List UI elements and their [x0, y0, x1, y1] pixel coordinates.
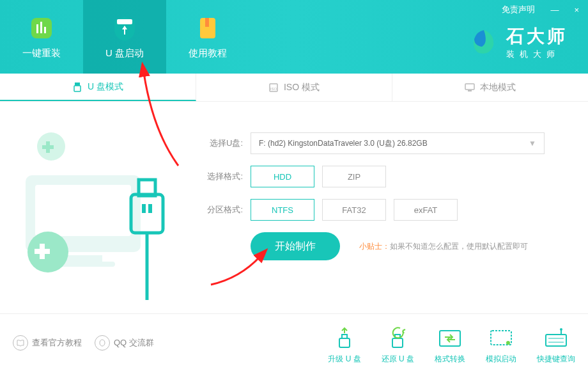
tip-label: 小贴士： [359, 242, 390, 251]
svg-point-34 [560, 328, 562, 331]
qq-label: QQ 交流群 [114, 337, 154, 349]
bottom-bar: 查看官方教程 QQ 交流群 升级 U 盘 还原 U 盘 格式转换 模拟启动 快捷… [0, 313, 588, 371]
svg-rect-11 [465, 84, 474, 90]
tool-label: 升级 U 盘 [328, 354, 360, 365]
svg-rect-22 [148, 204, 152, 213]
qq-link[interactable]: QQ 交流群 [95, 335, 154, 351]
svg-rect-4 [117, 19, 132, 24]
usb-shield-icon [111, 14, 139, 42]
svg-rect-3 [44, 27, 46, 33]
logo-icon [469, 28, 499, 57]
simulate-boot-icon [487, 327, 515, 350]
tool-restore-usb[interactable]: 还原 U 盘 [382, 327, 414, 365]
tool-upgrade-usb[interactable]: 升级 U 盘 [328, 327, 360, 365]
format-label: 选择格式: [198, 171, 243, 182]
tool-simulate-boot[interactable]: 模拟启动 [486, 327, 516, 365]
partition-option-fat32[interactable]: FAT32 [322, 199, 386, 221]
restore-usb-icon [383, 327, 412, 350]
svg-rect-32 [546, 335, 566, 346]
partition-option-ntfs[interactable]: NTFS [251, 199, 314, 221]
svg-rect-26 [342, 335, 347, 338]
tool-hotkey-query[interactable]: 快捷键查询 [537, 327, 575, 365]
start-button[interactable]: 开始制作 [251, 232, 340, 260]
keyboard-icon [542, 327, 570, 350]
mode-tab-usb[interactable]: U 盘模式 [0, 74, 196, 101]
mode-tab-iso[interactable]: ISO ISO 模式 [196, 74, 392, 101]
format-option-hdd[interactable]: HDD [251, 166, 314, 187]
svg-rect-27 [392, 338, 403, 347]
svg-rect-2 [40, 22, 42, 33]
form: 选择U盘: F: (hd2) KingstonDataTraveler 3.0 … [198, 132, 545, 260]
disk-select[interactable]: F: (hd2) KingstonDataTraveler 3.0 (U盘) 2… [251, 132, 545, 154]
qq-icon [95, 335, 110, 351]
svg-rect-21 [142, 204, 146, 213]
tool-label: 快捷键查询 [537, 354, 575, 365]
disclaimer-link[interactable]: 免责声明 [498, 3, 539, 17]
book-open-icon [13, 335, 28, 351]
nav-tab-label: U 盘启动 [105, 47, 144, 59]
disk-label: 选择U盘: [198, 138, 243, 149]
usb-illustration [13, 121, 179, 300]
tool-label: 模拟启动 [486, 354, 516, 365]
partition-label: 分区格式: [198, 204, 243, 216]
tool-format-convert[interactable]: 格式转换 [435, 327, 465, 365]
svg-rect-6 [205, 18, 209, 27]
svg-rect-1 [36, 24, 38, 33]
logo: 石大师 装机大师 [469, 24, 568, 60]
tool-buttons: 升级 U 盘 还原 U 盘 格式转换 模拟启动 快捷键查询 [328, 327, 575, 365]
tip-text: 如果不知道怎么配置，使用默认配置即可 [390, 242, 528, 251]
svg-rect-29 [440, 331, 460, 346]
nav-tab-reinstall[interactable]: 一键重装 [0, 0, 83, 74]
tool-label: 格式转换 [435, 354, 465, 365]
chevron-down-icon: ▼ [529, 139, 536, 148]
svg-rect-25 [339, 338, 350, 347]
svg-rect-12 [468, 90, 472, 91]
svg-rect-16 [64, 255, 102, 262]
nav-tab-label: 一键重装 [22, 47, 61, 59]
iso-icon: ISO [268, 83, 279, 93]
main-area: 选择U盘: F: (hd2) KingstonDataTraveler 3.0 … [0, 102, 588, 306]
partition-option-exfat[interactable]: exFAT [394, 199, 458, 221]
svg-text:ISO: ISO [270, 87, 277, 91]
svg-rect-8 [74, 86, 81, 91]
upgrade-usb-icon [330, 327, 359, 350]
disk-value: F: (hd2) KingstonDataTraveler 3.0 (U盘) 2… [259, 138, 428, 149]
titlebar: 免责声明 — × [498, 3, 583, 17]
book-icon [194, 14, 222, 42]
reinstall-icon [27, 14, 56, 42]
mode-tabs: U 盘模式 ISO ISO 模式 本地模式 [0, 74, 588, 102]
logo-subtitle: 装机大师 [506, 49, 568, 60]
nav-tab-usb-boot[interactable]: U 盘启动 [83, 0, 166, 74]
nav-tabs: 一键重装 U 盘启动 使用教程 [0, 0, 249, 74]
mode-tab-label: ISO 模式 [284, 82, 320, 93]
nav-tab-tutorial[interactable]: 使用教程 [166, 0, 249, 74]
svg-point-24 [100, 340, 105, 346]
logo-title: 石大师 [506, 24, 568, 49]
mode-tab-label: 本地模式 [480, 82, 516, 93]
mode-tab-label: U 盘模式 [88, 81, 123, 93]
monitor-icon [465, 83, 475, 93]
svg-rect-15 [35, 185, 131, 236]
format-option-zip[interactable]: ZIP [322, 166, 386, 187]
format-convert-icon [436, 327, 464, 350]
tutorial-label: 查看官方教程 [32, 337, 82, 349]
usb-icon [72, 82, 82, 92]
tip: 小贴士：如果不知道怎么配置，使用默认配置即可 [359, 241, 528, 252]
close-button[interactable]: × [570, 4, 583, 16]
svg-point-31 [506, 341, 510, 345]
mode-tab-local[interactable]: 本地模式 [392, 74, 588, 101]
nav-tab-label: 使用教程 [189, 47, 227, 59]
minimize-button[interactable]: — [546, 4, 562, 16]
tool-label: 还原 U 盘 [382, 354, 414, 365]
tutorial-link[interactable]: 查看官方教程 [13, 335, 82, 351]
